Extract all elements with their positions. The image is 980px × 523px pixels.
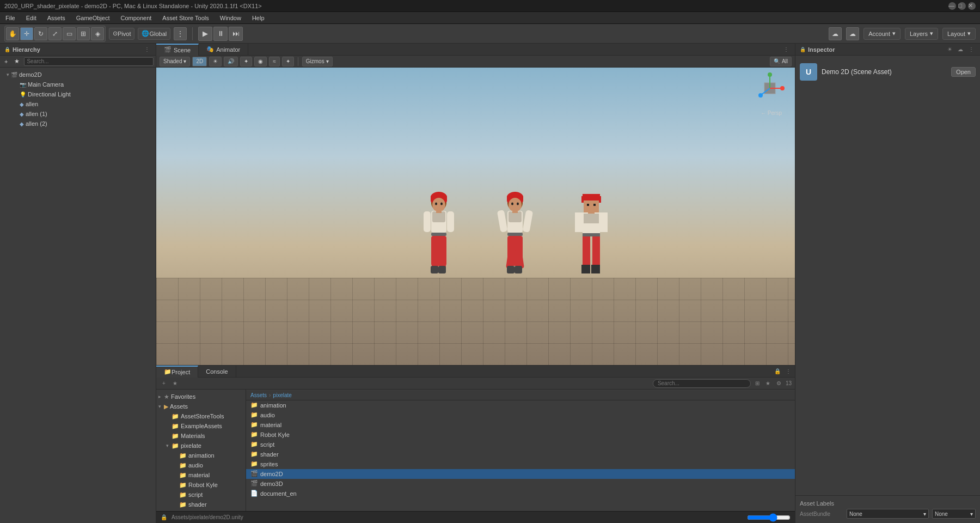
file-item-sprites-folder[interactable]: 📁 sprites — [246, 459, 795, 469]
proj-item-exampleassets[interactable]: ▸ 📁 ExampleAssets — [156, 421, 246, 431]
proj-item-audio[interactable]: ▸ 📁 audio — [156, 460, 246, 470]
menu-assets[interactable]: Assets — [45, 14, 68, 22]
breadcrumb-pixelate[interactable]: pixelate — [273, 392, 291, 398]
material-folder-icon: 📁 — [179, 472, 187, 479]
account-button[interactable]: Account ▾ — [863, 28, 901, 40]
scene-viewport[interactable]: ← Persp — [156, 68, 795, 365]
pause-button[interactable]: ⏸ — [213, 27, 228, 41]
file-item-audio[interactable]: 📁 audio — [246, 410, 795, 420]
project-settings-icon[interactable]: ⚙ — [775, 379, 783, 388]
project-more-icon[interactable]: ⋮ — [784, 367, 793, 376]
skybox-toggle[interactable]: ◉ — [254, 57, 267, 66]
menu-window[interactable]: Window — [218, 14, 243, 22]
hierarchy-star-button[interactable]: ★ — [12, 57, 22, 65]
lighting-toggle[interactable]: ☀ — [209, 57, 222, 66]
play-button[interactable]: ▶ — [198, 27, 212, 41]
menu-help[interactable]: Help — [250, 14, 267, 22]
inspector-sun-icon[interactable]: ☀ — [945, 45, 954, 54]
proj-item-material[interactable]: ▸ 📁 material — [156, 470, 246, 480]
proj-item-materials[interactable]: ▸ 📁 Materials — [156, 431, 246, 441]
project-tabs: 📁 Project Console 🔒 ⋮ — [156, 366, 795, 378]
file-item-animation[interactable]: 📁 animation — [246, 400, 795, 410]
close-button[interactable]: ✕ — [968, 2, 976, 10]
menu-component[interactable]: Component — [118, 14, 154, 22]
hierarchy-item-demo2d[interactable]: ▾ 🎬 demo2D — [0, 70, 156, 80]
file-item-robot-kyle-folder[interactable]: 📁 Robot Kyle — [246, 430, 795, 440]
transform-all-button[interactable]: ⊞ — [77, 27, 90, 40]
inspector-cloud-icon[interactable]: ☁ — [956, 45, 965, 54]
fx-toggle[interactable]: ✦ — [240, 57, 252, 66]
tab-scene[interactable]: 🎬 Scene — [156, 44, 199, 56]
hierarchy-item-main-camera[interactable]: ▸ 📷 Main Camera — [0, 80, 156, 89]
hierarchy-item-allen2[interactable]: ▸ ◆ allen (2) — [0, 119, 156, 129]
scene-search-button[interactable]: 🔍 All — [770, 57, 792, 66]
project-star-button[interactable]: ★ — [170, 379, 179, 388]
asset-bundle-selector[interactable]: None ▾ — [847, 509, 929, 519]
tab-animator[interactable]: 🎭 Animator — [199, 44, 248, 56]
shaded-selector[interactable]: Shaded ▾ — [160, 57, 190, 66]
inspector-more-icon[interactable]: ⋮ — [967, 45, 976, 54]
project-add-button[interactable]: + — [160, 379, 168, 388]
file-item-demo3d[interactable]: 🎬 demo3D — [246, 479, 795, 489]
hierarchy-item-directional-light[interactable]: ▸ 💡 Directional Light — [0, 89, 156, 99]
asset-bundle-variant-chevron-icon: ▾ — [970, 511, 973, 517]
project-fav-button[interactable]: ★ — [764, 379, 773, 388]
audio-folder-icon: 📁 — [179, 462, 187, 469]
proj-item-script[interactable]: ▸ 📁 script — [156, 490, 246, 500]
open-button[interactable]: Open — [951, 67, 976, 77]
fog-toggle[interactable]: ≈ — [269, 57, 280, 66]
scale-tool-button[interactable]: ⤢ — [48, 27, 62, 40]
menu-file[interactable]: File — [3, 14, 17, 22]
layers-button[interactable]: Layers ▾ — [905, 28, 938, 40]
scene-more-icon[interactable]: ⋮ — [782, 45, 791, 54]
custom-tool-button[interactable]: ◈ — [91, 27, 104, 40]
hierarchy-item-allen2-label: allen (2) — [26, 120, 47, 127]
file-item-shader-folder[interactable]: 📁 shader — [246, 449, 795, 459]
proj-item-pixelate[interactable]: ▾ 📁 pixelate — [156, 441, 246, 451]
menu-edit[interactable]: Edit — [24, 14, 39, 22]
proj-item-favorites[interactable]: ▸ ★ Favorites — [156, 392, 246, 402]
flare-toggle[interactable]: ✦ — [282, 57, 294, 66]
hierarchy-item-allen[interactable]: ▸ ◆ allen — [0, 99, 156, 109]
proj-item-assetstoretools[interactable]: ▸ 📁 AssetStoreTools — [156, 411, 246, 421]
grid-button[interactable]: ⋮ — [174, 27, 187, 40]
file-item-script-folder[interactable]: 📁 script — [246, 440, 795, 449]
global-button[interactable]: 🌐 Global — [138, 28, 170, 40]
asset-bundle-variant-selector[interactable]: None ▾ — [932, 509, 976, 519]
move-tool-button[interactable]: ✛ — [20, 27, 33, 40]
gizmos-button[interactable]: Gizmos ▾ — [302, 57, 333, 66]
2d-toggle[interactable]: 2D — [192, 57, 207, 66]
minimize-button[interactable]: — — [948, 2, 956, 10]
cloud-build-icon[interactable]: ☁ — [829, 27, 842, 40]
hierarchy-more-icon[interactable]: ⋮ — [143, 45, 151, 54]
hierarchy-search-input[interactable] — [24, 57, 154, 66]
tab-console[interactable]: Console — [198, 366, 236, 378]
tab-project[interactable]: 📁 Project — [156, 366, 198, 378]
file-item-document-en[interactable]: 📄 document_en — [246, 489, 795, 498]
proj-item-shader[interactable]: ▸ 📁 shader — [156, 500, 246, 509]
maximize-button[interactable]: □ — [958, 2, 966, 10]
proj-item-animation[interactable]: ▸ 📁 animation — [156, 451, 246, 460]
menu-asset-store-tools[interactable]: Asset Store Tools — [160, 14, 211, 22]
hierarchy-add-button[interactable]: + — [2, 58, 10, 65]
file-item-demo2d[interactable]: 🎬 demo2D — [246, 469, 795, 479]
rect-tool-button[interactable]: ▭ — [63, 27, 76, 40]
menu-gameobject[interactable]: GameObject — [74, 14, 112, 22]
assetstoretools-label: AssetStoreTools — [181, 413, 224, 419]
hierarchy-item-allen1[interactable]: ▸ ◆ allen (1) — [0, 109, 156, 119]
project-view-button[interactable]: ⊞ — [753, 379, 762, 388]
rotate-tool-button[interactable]: ↻ — [34, 27, 47, 40]
step-button[interactable]: ⏭ — [229, 27, 243, 41]
project-lock-icon[interactable]: 🔒 — [773, 367, 782, 376]
audio-toggle[interactable]: 🔊 — [224, 57, 238, 66]
proj-item-robot-kyle[interactable]: ▸ 📁 Robot Kyle — [156, 480, 246, 490]
layout-button[interactable]: Layout ▾ — [942, 28, 976, 40]
proj-item-assets[interactable]: ▾ ▶ Assets — [156, 402, 246, 411]
collab-icon[interactable]: ☁ — [846, 27, 859, 40]
file-item-material-folder[interactable]: 📁 material — [246, 420, 795, 430]
breadcrumb-assets[interactable]: Assets — [250, 392, 267, 398]
hand-tool-button[interactable]: ✋ — [6, 27, 19, 40]
pivot-button[interactable]: ⊙ Pivot — [109, 28, 134, 40]
zoom-slider[interactable] — [747, 513, 791, 522]
project-search-input[interactable] — [653, 379, 751, 388]
